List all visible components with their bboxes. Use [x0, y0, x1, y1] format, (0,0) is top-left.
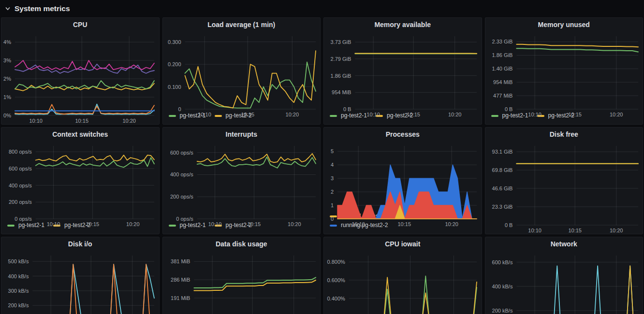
y-tick-label: 477 MiB [493, 93, 512, 99]
y-tick-label: 0.400% [327, 296, 345, 301]
chart-svg-interrupts[interactable]: 0 ops/s200 ops/s400 ops/s600 ops/s10:101… [163, 141, 321, 228]
chart-svg-context-switches[interactable]: 0 ops/s200 ops/s400 ops/s600 ops/s800 op… [1, 141, 159, 228]
panel-load-average: Load average (1 min)00.1000.2000.30010:1… [162, 17, 321, 125]
series-group [355, 53, 477, 54]
chart-interrupts[interactable]: 0 ops/s200 ops/s400 ops/s600 ops/s10:101… [163, 141, 321, 220]
axis-labels: 0.200%0.400%0.600%0.800% [327, 259, 345, 314]
y-tick-label: 0 B [343, 106, 351, 112]
axis-labels: 95.4 MiB191 MiB286 MiB381 MiB [169, 258, 190, 314]
x-tick-label: 10:10 [351, 221, 365, 227]
y-tick-label: 0.600% [327, 277, 345, 283]
panel-title[interactable]: Load average (1 min) [163, 18, 321, 31]
chart-svg-memory-available[interactable]: 0 B954 MiB1.86 GiB2.79 GiB3.73 GiB10:101… [324, 31, 482, 119]
row-title: System metrics [15, 4, 70, 13]
y-tick-label: 3.73 GiB [331, 39, 351, 45]
y-tick-label: 381 MiB [171, 258, 190, 264]
y-tick-label: 400 kB/s [8, 273, 29, 279]
axis-labels: 0 B954 MiB1.86 GiB2.79 GiB3.73 GiB10:101… [331, 39, 462, 117]
grid-lines [32, 256, 154, 314]
y-tick-label: 3 [331, 175, 334, 181]
chart-disk-io[interactable]: 0 B/s100 kB/s200 kB/s300 kB/s400 kB/s500… [1, 251, 159, 314]
x-tick-label: 10:20 [445, 221, 458, 227]
chart-svg-disk-io[interactable]: 0 B/s100 kB/s200 kB/s300 kB/s400 kB/s500… [1, 251, 159, 314]
x-tick-label: 10:10 [47, 221, 60, 227]
chart-svg-cpu[interactable]: 0%1%2%3%4%10:1010:1510:20 [1, 31, 159, 125]
y-tick-label: 2.79 GiB [331, 56, 351, 62]
grid-lines [36, 146, 154, 219]
chart-svg-cpu-iowait[interactable]: 0.200%0.400%0.600%0.800% [324, 251, 482, 314]
y-tick-label: 500 kB/s [8, 258, 29, 264]
chart-data-disk-usage[interactable]: 95.4 MiB191 MiB286 MiB381 MiB [163, 251, 321, 314]
y-tick-label: 0 ops/s [176, 216, 193, 222]
grid-lines [355, 36, 477, 109]
row-collapse-toggle[interactable]: System metrics [4, 4, 70, 13]
chart-svg-data-disk-usage[interactable]: 95.4 MiB191 MiB286 MiB381 MiB [163, 251, 321, 314]
chart-memory-available[interactable]: 0 B954 MiB1.86 GiB2.79 GiB3.73 GiB10:101… [324, 31, 482, 111]
x-tick-label: 10:15 [241, 112, 254, 117]
chart-svg-disk-free[interactable]: 0 B23.3 GiB46.6 GiB69.8 GiB93.1 GiB10:10… [485, 141, 643, 234]
y-tick-label: 600 ops/s [9, 166, 32, 171]
dashboard-row-header: System metrics [0, 0, 644, 17]
panel-cpu-iowait: CPU iowait0.200%0.400%0.600%0.800% [323, 237, 482, 314]
chart-disk-free[interactable]: 0 B23.3 GiB46.6 GiB69.8 GiB93.1 GiB10:10… [485, 141, 643, 234]
y-tick-label: 5 [331, 148, 334, 154]
chart-load-average[interactable]: 00.1000.2000.30010:1010:1510:20 [163, 31, 321, 111]
y-tick-label: 2 [331, 189, 334, 195]
x-tick-label: 10:15 [407, 112, 420, 117]
panel-title[interactable]: Network [485, 237, 643, 251]
axis-labels: 0 B/s200 kB/s400 kB/s600 kB/s [492, 259, 512, 314]
panel-title[interactable]: Memory unused [485, 18, 643, 31]
x-tick-label: 10:15 [247, 221, 261, 227]
y-tick-label: 600 ops/s [170, 150, 193, 156]
panel-network: Network0 B/s200 kB/s400 kB/s600 kB/s [485, 237, 644, 314]
y-tick-label: 2% [3, 76, 11, 82]
y-tick-label: 69.8 GiB [492, 167, 512, 173]
panel-title[interactable]: Memory available [324, 18, 482, 31]
chart-processes[interactable]: 01234510:1010:1510:20 [324, 141, 482, 211]
chart-svg-memory-unused[interactable]: 0 B477 MiB954 MiB1.40 GiB1.86 GiB2.33 Gi… [485, 31, 643, 119]
y-tick-label: 954 MiB [493, 79, 512, 85]
dashboard-grid: CPU0%1%2%3%4%10:1010:1510:20Load average… [0, 17, 644, 314]
y-tick-label: 0.100 [167, 84, 181, 90]
panel-interrupts: Interrupts0 ops/s200 ops/s400 ops/s600 o… [162, 127, 321, 234]
panel-title[interactable]: CPU [1, 18, 159, 31]
y-tick-label: 600 kB/s [492, 259, 512, 265]
x-tick-label: 10:10 [29, 118, 43, 124]
panel-title[interactable]: CPU iowait [324, 237, 482, 251]
chart-memory-unused[interactable]: 0 B477 MiB954 MiB1.40 GiB1.86 GiB2.33 Gi… [485, 31, 643, 111]
chart-context-switches[interactable]: 0 ops/s200 ops/s400 ops/s600 ops/s800 op… [1, 141, 159, 220]
y-tick-label: 400 kB/s [492, 284, 512, 289]
y-tick-label: 0 [178, 106, 181, 112]
y-tick-label: 4 [331, 162, 334, 168]
x-tick-label: 10:10 [366, 112, 380, 117]
grid-lines [516, 146, 638, 225]
chart-svg-network[interactable]: 0 B/s200 kB/s400 kB/s600 kB/s [485, 251, 643, 314]
panel-title[interactable]: Processes [324, 128, 482, 141]
panel-title[interactable]: Disk i/o [1, 237, 159, 251]
chart-network[interactable]: 0 B/s200 kB/s400 kB/s600 kB/s [485, 251, 643, 314]
chart-svg-load-average[interactable]: 00.1000.2000.30010:1010:1510:20 [163, 31, 321, 119]
panel-title[interactable]: Interrupts [163, 128, 321, 141]
panel-title[interactable]: Disk free [485, 128, 643, 141]
axis-labels: 00.1000.2000.30010:1010:1510:20 [167, 39, 298, 117]
y-tick-label: 400 ops/s [170, 171, 193, 177]
chart-svg-processes[interactable]: 01234510:1010:1510:20 [324, 141, 482, 228]
y-tick-label: 4% [3, 39, 11, 45]
panel-title[interactable]: Context switches [1, 128, 159, 141]
x-tick-label: 10:15 [75, 118, 88, 124]
x-tick-label: 10:20 [126, 221, 140, 227]
chart-cpu-iowait[interactable]: 0.200%0.400%0.600%0.800% [324, 251, 482, 314]
y-tick-label: 954 MiB [332, 89, 351, 95]
y-tick-label: 200 kB/s [492, 308, 512, 314]
y-tick-label: 200 ops/s [170, 194, 193, 200]
x-tick-label: 10:10 [198, 112, 211, 117]
chart-cpu[interactable]: 0%1%2%3%4%10:1010:1510:20 [1, 31, 159, 124]
y-tick-label: 200 kB/s [8, 302, 29, 308]
axis-labels: 0 B23.3 GiB46.6 GiB69.8 GiB93.1 GiB10:10… [492, 149, 623, 233]
panel-data-disk-usage: Data disk usage95.4 MiB191 MiB286 MiB381… [162, 237, 321, 314]
y-tick-label: 1 [331, 202, 334, 208]
panel-title[interactable]: Data disk usage [163, 237, 321, 251]
y-tick-label: 1.86 GiB [331, 73, 351, 79]
y-tick-label: 0 [331, 216, 334, 222]
y-tick-label: 0 ops/s [15, 216, 32, 222]
